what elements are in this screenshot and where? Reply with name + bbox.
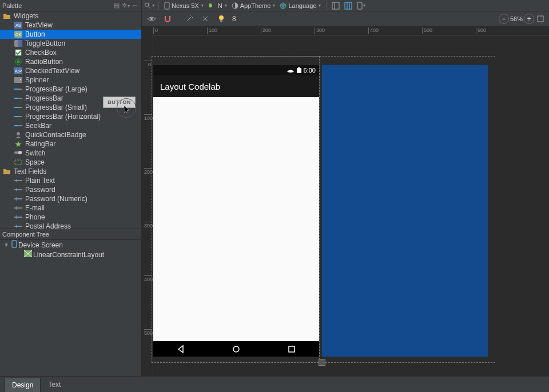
- svg-rect-53: [14, 226, 22, 227]
- blueprint-view[interactable]: [322, 65, 488, 357]
- palette-item[interactable]: E-mail: [0, 203, 141, 213]
- palette-item[interactable]: Switch: [0, 149, 141, 158]
- palette-item[interactable]: ProgressBar (Large): [0, 85, 141, 94]
- theme-selector[interactable]: AppTheme▾: [230, 2, 277, 9]
- palette-group-textfields[interactable]: Text Fields: [0, 167, 141, 176]
- eye-icon[interactable]: [146, 14, 157, 24]
- palette-item[interactable]: Space: [0, 158, 141, 167]
- tab-text[interactable]: Text: [41, 377, 68, 392]
- palette-item[interactable]: Spinner: [0, 75, 141, 85]
- palette-item[interactable]: ToggleButton: [0, 39, 141, 48]
- palette-group-widgets[interactable]: Widgets: [0, 11, 141, 21]
- expand-icon[interactable]: ▼: [3, 242, 9, 248]
- palette-item[interactable]: RadioButton: [0, 57, 141, 66]
- device-preview[interactable]: 6:00 Layout Codelab: [153, 65, 319, 357]
- widget-icon: [14, 103, 23, 111]
- palette-item[interactable]: AbTextView: [0, 21, 141, 30]
- palette-item[interactable]: Plain Text: [0, 176, 141, 185]
- group-label: Widgets: [14, 12, 38, 20]
- layout-variant1-icon[interactable]: [331, 1, 341, 11]
- palette-title: Palette: [2, 2, 22, 9]
- layout-variant2-icon[interactable]: [343, 1, 353, 11]
- palette-item[interactable]: Phone: [0, 213, 141, 222]
- palette-item[interactable]: QuickContactBadge: [0, 130, 141, 139]
- palette-item[interactable]: SeekBar: [0, 121, 141, 130]
- svg-text:Ab: Ab: [15, 69, 20, 73]
- device-content[interactable]: [153, 97, 319, 341]
- palette-item[interactable]: Password: [0, 185, 141, 194]
- device-selector[interactable]: Nexus 5X▾: [163, 2, 205, 10]
- palette-item[interactable]: AbCheckedTextView: [0, 66, 141, 75]
- svg-rect-7: [332, 2, 339, 9]
- svg-text:OK: OK: [15, 33, 21, 37]
- tree-child[interactable]: LinearConstraintLayout: [0, 250, 141, 259]
- widget-icon: Ab: [14, 21, 23, 29]
- palette-dropdown-icon[interactable]: ▾: [144, 1, 154, 11]
- svg-point-14: [219, 15, 224, 20]
- widget-icon: [14, 39, 23, 47]
- palette-item[interactable]: ProgressBar (Horizontal): [0, 112, 141, 121]
- zoom-level: 56%: [510, 15, 523, 22]
- palette-settings-icon[interactable]: ✲▾: [122, 2, 130, 9]
- palette-item[interactable]: RatingBar: [0, 139, 141, 149]
- nav-back-icon[interactable]: [176, 345, 185, 354]
- widget-label: E-mail: [25, 204, 45, 212]
- palette-item[interactable]: OKButton: [0, 30, 141, 39]
- fullscreen-icon[interactable]: [535, 14, 546, 24]
- nav-recent-icon[interactable]: [287, 345, 296, 354]
- svg-rect-49: [14, 207, 22, 209]
- magnet-icon[interactable]: [162, 14, 173, 24]
- zoom-out-button[interactable]: −: [499, 14, 509, 24]
- theme-name: AppTheme: [240, 2, 271, 9]
- svg-point-3: [209, 3, 210, 5]
- battery-icon: [297, 67, 301, 73]
- widget-icon: [14, 94, 23, 102]
- design-surface[interactable]: 0100200300400500600 0100200300400500 6:0…: [142, 26, 549, 376]
- palette-view-icon[interactable]: ▤: [113, 2, 121, 9]
- wifi-icon: [287, 67, 295, 73]
- widget-icon: [14, 85, 23, 93]
- language-selector[interactable]: Language▾: [279, 2, 322, 9]
- tab-design[interactable]: Design: [5, 378, 41, 392]
- design-toolbar: 8 − 56% +: [142, 11, 549, 26]
- widget-label: ProgressBar (Large): [25, 85, 87, 93]
- palette-header: Palette ▤ ✲▾ ←: [0, 0, 142, 11]
- svg-rect-60: [289, 346, 295, 352]
- zoom-in-button[interactable]: +: [524, 14, 534, 24]
- widget-label: Postal Address: [25, 222, 71, 229]
- palette-item[interactable]: Password (Numeric): [0, 194, 141, 203]
- clear-constraints-icon[interactable]: [200, 14, 210, 24]
- tree-label: LinearConstraintLayout: [33, 251, 104, 259]
- palette-hide-icon[interactable]: ←: [131, 2, 139, 9]
- svg-rect-45: [14, 189, 22, 190]
- widget-icon: [14, 49, 23, 57]
- widget-label: Spinner: [25, 76, 49, 84]
- svg-point-39: [17, 132, 20, 135]
- nav-home-icon[interactable]: [232, 345, 241, 354]
- canvas[interactable]: 6:00 Layout Codelab: [153, 35, 549, 376]
- api-level: N: [218, 2, 222, 9]
- margin-value[interactable]: 8: [232, 15, 236, 23]
- palette-tree: Widgets AbTextViewOKButtonToggleButtonCh…: [0, 11, 142, 229]
- bottom-tabs: Design Text: [0, 376, 549, 392]
- svg-rect-1: [165, 2, 169, 9]
- api-selector[interactable]: N▾: [207, 2, 228, 9]
- palette-item[interactable]: Postal Address: [0, 222, 141, 229]
- folder-icon: [2, 167, 11, 175]
- tree-root[interactable]: ▼ Device Screen: [0, 240, 141, 250]
- palette-item[interactable]: CheckBox: [0, 48, 141, 57]
- resize-handle[interactable]: [319, 359, 325, 366]
- bulb-icon[interactable]: [216, 14, 226, 24]
- widget-label: CheckedTextView: [25, 67, 79, 75]
- textfield-icon: [14, 213, 23, 221]
- svg-rect-36: [14, 116, 18, 117]
- orientation-icon[interactable]: ▾: [356, 1, 366, 11]
- svg-point-13: [150, 18, 153, 20]
- widget-label: QuickContactBadge: [25, 131, 86, 139]
- widget-icon: [14, 58, 23, 66]
- component-tree-header: Component Tree: [0, 229, 142, 240]
- wand-icon[interactable]: [184, 14, 194, 24]
- status-bar: 6:00: [153, 65, 319, 75]
- widget-label: ToggleButton: [25, 39, 65, 47]
- svg-rect-34: [14, 107, 18, 108]
